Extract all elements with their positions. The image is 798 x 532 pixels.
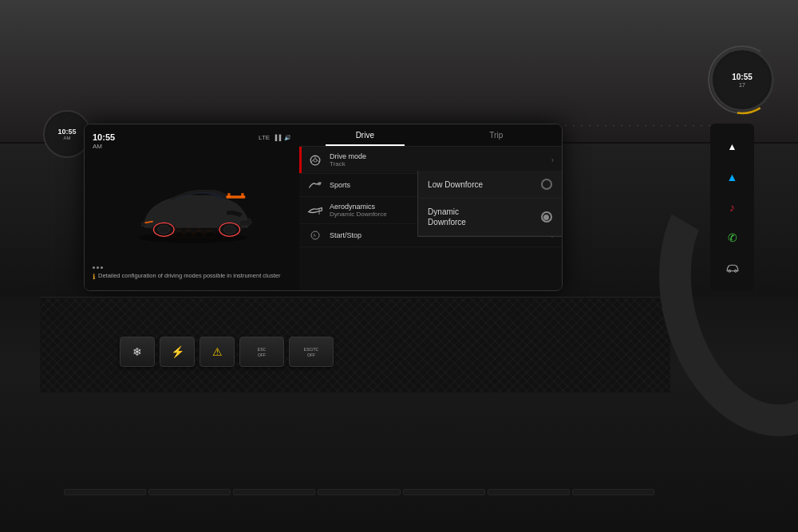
screen-period: AM <box>93 143 115 150</box>
svg-rect-14 <box>241 193 243 197</box>
radio-low-downforce[interactable] <box>541 179 552 190</box>
vent-slat <box>572 489 654 495</box>
svg-point-22 <box>314 158 317 161</box>
dots-menu[interactable] <box>93 266 291 269</box>
gauge-arc-svg <box>706 44 778 116</box>
esc-tc-sub: OFF <box>307 353 315 357</box>
vent-area <box>64 468 654 516</box>
snow-icon: ❄ <box>132 345 142 358</box>
sport-lightning-icon: ⚡ <box>171 345 184 358</box>
downforce-submenu: Low Downforce DynamicDownforce <box>417 171 562 237</box>
dot-1 <box>93 266 95 269</box>
svg-point-20 <box>223 225 235 233</box>
sport-icon <box>307 179 323 191</box>
vent-slat <box>148 489 231 495</box>
tab-drive[interactable]: Drive <box>299 124 430 146</box>
left-gauge-time: 10:55 <box>57 128 76 136</box>
dynamic-downforce-label: DynamicDownforce <box>428 207 541 227</box>
esc-tc-off-button[interactable]: ESC/TC OFF <box>289 337 334 367</box>
infotainment-screen: 10:55 AM LTE ▐▐ 🔊 <box>84 124 563 291</box>
vent-slat <box>64 489 146 495</box>
svg-rect-13 <box>227 193 230 197</box>
esc-off-label: ESC <box>258 347 266 352</box>
svg-point-18 <box>157 225 169 233</box>
esc-off-button[interactable]: ESC OFF <box>239 337 284 367</box>
aero-icon <box>307 205 323 216</box>
submenu-item-low[interactable]: Low Downforce <box>418 171 562 199</box>
menu-item-drive-mode[interactable]: Drive mode Track › <box>299 147 562 174</box>
hazard-button[interactable]: ⚠ <box>200 337 235 367</box>
left-gauge-period: AM <box>57 136 76 140</box>
dot-3 <box>101 266 103 269</box>
svg-text:A: A <box>314 234 317 238</box>
tab-trip[interactable]: Trip <box>431 124 562 146</box>
vent-slat <box>488 489 570 495</box>
lte-icon: LTE <box>259 134 270 141</box>
steering-icon <box>307 155 323 166</box>
button-row: ❄ ⚡ ⚠ ESC OFF ESC/TC OFF <box>120 337 334 367</box>
drive-menu-list: Drive mode Track › Sports › <box>299 147 562 290</box>
wifi-icon: ▐▐ <box>273 135 281 140</box>
car-visualization <box>93 154 291 266</box>
screen-right-panel: Drive Trip Drive mode Track › <box>299 124 562 290</box>
info-icon: ℹ <box>93 273 95 282</box>
screen-time: 10:55 <box>93 132 115 143</box>
tab-bar: Drive Trip <box>299 124 562 147</box>
info-text-area: ℹ Detailed configuration of driving mode… <box>93 272 291 282</box>
dashboard-top <box>0 0 798 144</box>
snow-mode-button[interactable]: ❄ <box>120 337 155 367</box>
drive-mode-content: Drive mode Track <box>330 152 551 167</box>
submenu-item-dynamic[interactable]: DynamicDownforce <box>418 199 562 236</box>
screen-header: 10:55 AM LTE ▐▐ 🔊 <box>93 132 291 150</box>
startstop-icon: A <box>307 230 323 241</box>
status-icons: LTE ▐▐ 🔊 <box>259 134 291 141</box>
info-message: Detailed configuration of driving modes … <box>98 272 280 280</box>
vent-slat <box>318 489 400 495</box>
right-gauge-cluster: 10:55 17 <box>710 48 782 120</box>
scroll-up-button[interactable]: ▲ <box>721 136 744 158</box>
screen-left-panel: 10:55 AM LTE ▐▐ 🔊 <box>85 124 299 290</box>
hazard-icon: ⚠ <box>212 345 223 358</box>
svg-point-0 <box>709 46 776 113</box>
low-downforce-label: Low Downforce <box>428 179 541 190</box>
vent-slat <box>403 489 485 495</box>
drive-mode-arrow: › <box>551 156 554 164</box>
dot-2 <box>97 266 99 269</box>
esc-off-sub: OFF <box>258 353 266 357</box>
vent-slat <box>233 489 315 495</box>
car-svg <box>124 171 260 250</box>
esc-tc-label: ESC/TC <box>304 347 318 352</box>
sport-button[interactable]: ⚡ <box>160 337 195 367</box>
speaker-icon: 🔊 <box>284 135 291 141</box>
radio-dynamic-downforce[interactable] <box>541 211 552 223</box>
active-bar <box>299 147 302 173</box>
drive-mode-title: Drive mode <box>330 152 551 160</box>
drive-mode-subtitle: Track <box>330 160 551 167</box>
